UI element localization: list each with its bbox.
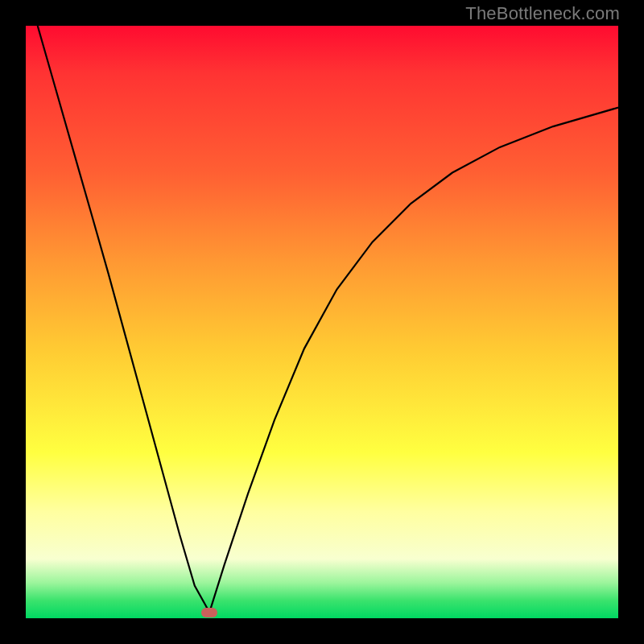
chart-frame: TheBottleneck.com bbox=[0, 0, 644, 644]
minimum-marker bbox=[201, 608, 217, 617]
curve-left-branch bbox=[38, 26, 210, 613]
curve-right-branch bbox=[209, 108, 618, 613]
curve-svg bbox=[26, 26, 618, 618]
watermark-label: TheBottleneck.com bbox=[465, 3, 620, 24]
plot-area bbox=[26, 26, 618, 618]
